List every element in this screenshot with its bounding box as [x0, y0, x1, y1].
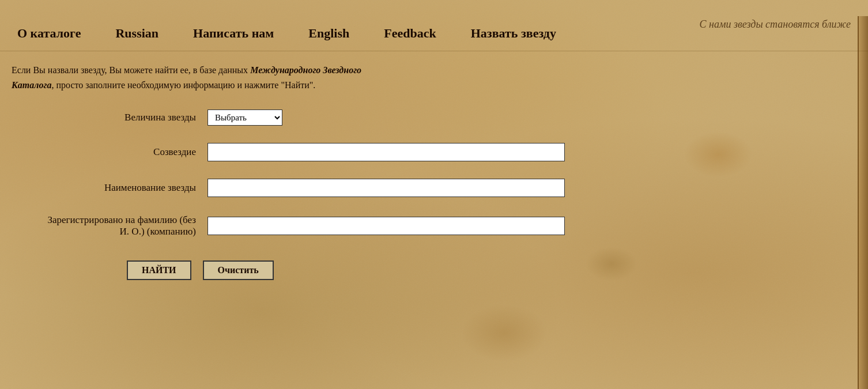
intro-italic: Международного Звездного [250, 65, 361, 75]
tagline: С нами звезды становятся ближе [700, 18, 851, 31]
nav-feedback[interactable]: Feedback [367, 23, 453, 44]
nav-name-star[interactable]: Назвать звезду [454, 23, 573, 44]
magnitude-select[interactable]: Выбрать 1 2 3 4 5 [207, 109, 282, 126]
nav-russian[interactable]: Russian [98, 23, 176, 44]
magnitude-row: Величина звезды Выбрать 1 2 3 4 5 [23, 109, 851, 126]
star-name-label: Наименование звезды [23, 182, 196, 194]
star-name-row: Наименование звезды [23, 179, 851, 197]
constellation-label: Созвездие [23, 146, 196, 158]
clear-button[interactable]: Очистить [203, 260, 274, 280]
star-name-input[interactable] [207, 179, 565, 197]
form-container: Величина звезды Выбрать 1 2 3 4 5 Созвез… [12, 109, 851, 280]
intro-text: Если Вы назвали звезду, Вы можете найти … [12, 63, 530, 92]
nav-about[interactable]: О каталоге [12, 23, 98, 44]
nav-english[interactable]: English [291, 23, 367, 44]
intro-italic2: Каталога [12, 80, 51, 90]
magnitude-label: Величина звезды [23, 112, 196, 123]
nav-write[interactable]: Написать нам [176, 23, 291, 44]
registered-input[interactable] [207, 217, 565, 235]
find-button[interactable]: НАЙТИ [127, 260, 191, 280]
main-content: Если Вы назвали звезду, Вы можете найти … [0, 51, 868, 292]
buttons-row: НАЙТИ Очистить [23, 260, 851, 280]
constellation-input[interactable] [207, 143, 565, 161]
stain3 [461, 304, 548, 362]
page-wrapper: С нами звезды становятся ближе О каталог… [0, 16, 868, 389]
constellation-row: Созвездие [23, 143, 851, 161]
right-border [858, 16, 868, 389]
registered-label: Зарегистрировано на фамилию (без И. О.) … [23, 214, 196, 237]
registered-row: Зарегистрировано на фамилию (без И. О.) … [23, 214, 851, 237]
